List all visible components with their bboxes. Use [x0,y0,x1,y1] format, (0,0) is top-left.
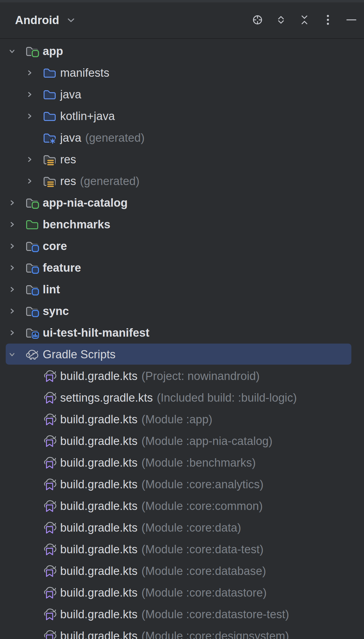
tree-row[interactable]: manifests [0,62,364,84]
tree-item-qualifier: (Project: nowinandroid) [141,370,260,383]
tree-item-label: core [43,240,67,253]
collapse-all-icon [296,11,313,29]
tree-row[interactable]: Gradle Scripts [0,344,364,365]
tree-item-qualifier: (generated) [85,131,145,144]
tree-item-qualifier: (Module :core:data) [141,521,241,534]
tree-row[interactable]: app [0,40,364,62]
chevron-right-icon[interactable] [7,308,17,314]
tree-item-label: build.gradle.kts [60,630,137,639]
folder-res-icon [43,153,57,165]
tree-row[interactable]: res(generated) [0,170,364,192]
tree-row[interactable]: java(generated) [0,127,364,149]
tree-item-label: java [60,88,81,101]
tree-item-label: kotlin+java [60,110,115,123]
gradle-kts-icon [43,435,57,447]
tree-row[interactable]: kotlin+java [0,105,364,127]
gradle-kts-icon [43,565,57,577]
chevron-right-icon[interactable] [24,113,35,119]
tree-item-label: build.gradle.kts [60,543,137,556]
project-tool-window: Android appmanifestsjavakotlin+javajava(… [0,0,364,639]
gradle-kts-icon [43,630,57,639]
module-folder-blue-icon [25,262,39,274]
gradle-kts-icon [43,608,57,621]
folder-blue-icon [43,110,57,122]
module-folder-blue-icon [25,283,39,295]
folder-green-icon [25,218,39,230]
tree-item-qualifier: (Module :core:datastore) [141,586,267,599]
tree-item-label: lint [43,283,60,296]
tree-row[interactable]: build.gradle.kts(Module :benchmarks) [0,452,364,474]
tree-item-label: ui-test-hilt-manifest [43,326,150,339]
tree-row[interactable]: settings.gradle.kts(Included build: :bui… [0,387,364,409]
chevron-right-icon[interactable] [7,329,17,336]
gradle-kts-icon [43,521,57,534]
tree-row[interactable]: build.gradle.kts(Module :core:database) [0,560,364,582]
tree-row[interactable]: sync [0,300,364,322]
collapse-all-button[interactable] [296,12,313,29]
tree-item-label: benchmarks [43,218,110,231]
toolbar-actions [249,12,360,29]
tree-item-qualifier: (Module :app-nia-catalog) [141,435,273,448]
module-folder-blue-icon [25,305,39,317]
tree-row[interactable]: core [0,235,364,257]
tree-row[interactable]: build.gradle.kts(Module :core:datastore-… [0,604,364,625]
chevron-right-icon[interactable] [24,156,35,163]
tree-item-label: build.gradle.kts [60,521,137,534]
tree-row[interactable]: benchmarks [0,214,364,235]
tree-item-label: res [60,153,76,166]
chevron-right-icon[interactable] [7,264,17,271]
tree-item-label: build.gradle.kts [60,413,137,426]
tree-item-label: build.gradle.kts [60,565,137,578]
tool-window-header: Android [0,2,364,39]
chevron-right-icon[interactable] [24,91,35,98]
chevron-right-icon[interactable] [24,178,35,184]
tree-row[interactable]: build.gradle.kts(Project: nowinandroid) [0,365,364,387]
select-opened-file-button[interactable] [249,12,266,29]
chevron-right-icon[interactable] [7,221,17,228]
folder-blue-generated-icon [43,132,57,144]
tree-row[interactable]: build.gradle.kts(Module :core:data) [0,517,364,539]
tree-item-label: build.gradle.kts [60,370,137,383]
chevron-right-icon[interactable] [7,199,17,206]
view-switcher-label: Android [15,14,59,27]
expand-all-button[interactable] [273,12,289,29]
chevron-down-icon[interactable] [7,351,17,358]
tree-row[interactable]: res [0,149,364,170]
tree-row[interactable]: build.gradle.kts(Module :core:analytics) [0,474,364,495]
window-top-strip [0,0,364,2]
tree-row[interactable]: build.gradle.kts(Module :app) [0,409,364,430]
tree-item-label: app-nia-catalog [43,196,128,209]
gradle-kts-icon [43,478,57,491]
folder-blue-icon [43,67,57,79]
chevron-right-icon[interactable] [7,286,17,293]
tree-row[interactable]: ui-test-hilt-manifest [0,322,364,344]
chevron-right-icon[interactable] [7,243,17,249]
tree-item-label: build.gradle.kts [60,608,137,621]
tree-item-label: build.gradle.kts [60,456,137,469]
tree-row[interactable]: build.gradle.kts(Module :app-nia-catalog… [0,430,364,452]
tree-row[interactable]: feature [0,257,364,279]
tree-item-qualifier: (Module :app) [141,413,212,426]
module-folder-blue-icon [25,240,39,252]
tree-item-label: build.gradle.kts [60,478,137,491]
module-folder-green-icon [25,197,39,209]
tree-item-qualifier: (Included build: :build-logic) [157,391,297,404]
tree-row[interactable]: build.gradle.kts(Module :core:common) [0,495,364,517]
tree-row[interactable]: build.gradle.kts(Module :core:datastore) [0,582,364,604]
tree-item-qualifier: (generated) [80,175,140,188]
tree-row[interactable]: lint [0,279,364,300]
view-switcher-dropdown[interactable]: Android [15,14,75,27]
tree-row[interactable]: build.gradle.kts(Module :core:data-test) [0,539,364,560]
tree-row[interactable]: java [0,84,364,105]
minimize-icon [343,11,360,29]
tree-item-label: build.gradle.kts [60,435,137,448]
chevron-down-icon[interactable] [7,48,17,54]
gradle-kts-icon [43,370,57,382]
tree-item-label: build.gradle.kts [60,586,137,599]
tree-item-label: sync [43,305,69,318]
chevron-right-icon[interactable] [24,69,35,76]
tree-row[interactable]: app-nia-catalog [0,192,364,214]
more-options-button[interactable] [319,12,336,29]
tree-row[interactable]: build.gradle.kts(Module :core:designsyst… [0,625,364,639]
hide-panel-button[interactable] [343,12,360,29]
